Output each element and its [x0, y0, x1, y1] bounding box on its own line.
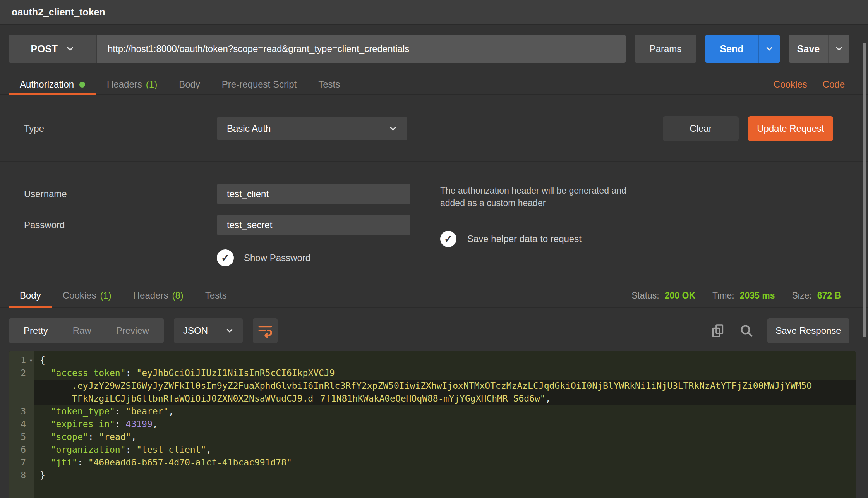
send-options-button[interactable] [758, 35, 780, 63]
tab-body[interactable]: Body [168, 74, 211, 94]
url-input[interactable]: http://host1:8000/oauth/token?scope=read… [97, 35, 626, 63]
status-value: 200 OK [665, 290, 695, 301]
code-lines: 1▾{2 "access_token": "eyJhbGciOiJIUzI1Ni… [9, 354, 856, 482]
view-mode-pretty[interactable]: Pretty [11, 325, 60, 336]
tab-pre-request-script[interactable]: Pre-request Script [211, 74, 307, 94]
line-number: 8 [21, 470, 26, 480]
save-button-group: Save [789, 35, 849, 63]
request-tabs: Authorization Headers (1) Body Pre-reque… [0, 74, 868, 95]
tab-count: (8) [172, 290, 183, 301]
tab-count: (1) [100, 290, 111, 301]
response-toolbar: Pretty Raw Preview JSON [9, 318, 849, 343]
time-value: 2035 ms [740, 290, 775, 301]
code-line-content: } [34, 469, 856, 482]
code-line-content: TFkNzgiLCJjbGllbnRfaWQiOiJ0ZXN0X2NsaWVud… [34, 392, 856, 405]
request-title-bar: oauth2_client_token [0, 0, 868, 25]
save-button[interactable]: Save [789, 35, 828, 63]
save-helper-checkbox[interactable]: ✓ [440, 231, 456, 247]
auth-helper-column: The authorization header will be generat… [440, 184, 833, 266]
response-body-editor[interactable]: 1▾{2 "access_token": "eyJhbGciOiJIUzI1Ni… [9, 351, 856, 498]
save-response-button[interactable]: Save Response [767, 318, 849, 343]
chevron-down-icon [389, 124, 397, 133]
search-icon[interactable] [739, 323, 754, 338]
format-dropdown[interactable]: JSON [174, 318, 243, 343]
code-link[interactable]: Code [823, 79, 845, 90]
code-line: 7 "jti": "460eadd6-b657-4d70-a1cf-41bcac… [9, 456, 856, 469]
check-icon: ✓ [444, 233, 453, 245]
code-line-content: { [34, 354, 856, 367]
url-value: http://host1:8000/oauth/token?scope=read… [108, 43, 409, 54]
page-scrollbar[interactable] [863, 43, 866, 337]
tab-label: Pre-request Script [222, 79, 297, 90]
chevron-down-icon [765, 45, 773, 53]
code-line-content: "organization": "test_client", [34, 443, 856, 456]
tab-tests[interactable]: Tests [307, 74, 351, 94]
tab-label: Tests [318, 79, 340, 90]
tab-label: Headers [107, 79, 142, 90]
code-line-content: "expires_in": 43199, [34, 418, 856, 431]
text-cursor [314, 394, 314, 404]
code-line: 6 "organization": "test_client", [9, 443, 856, 456]
tab-label: Body [20, 290, 41, 301]
response-tabs: Body Cookies (1) Headers (8) Tests Statu… [0, 283, 868, 308]
code-line-content: .eyJzY29wZSI6WyJyZWFkIl0sIm9yZ2FuaXphdGl… [34, 380, 856, 392]
send-button-group: Send [705, 35, 780, 63]
view-mode-switcher: Pretty Raw Preview [9, 318, 164, 343]
password-label: Password [24, 220, 217, 230]
response-tab-body[interactable]: Body [9, 283, 52, 307]
postman-window: oauth2_client_token POST http://host1:80… [0, 0, 868, 498]
code-line-content: "access_token": "eyJhbGciOiJIUzI1NiIsInR… [34, 367, 856, 380]
method-dropdown[interactable]: POST [9, 35, 97, 63]
copy-icon[interactable] [710, 323, 726, 338]
request-title: oauth2_client_token [12, 7, 105, 18]
time-label: Time: [712, 290, 734, 301]
show-password-row: ✓ Show Password [217, 249, 440, 266]
tab-authorization[interactable]: Authorization [9, 74, 96, 94]
credentials-column: Username Password ✓ Show Password [24, 184, 440, 266]
response-tab-tests[interactable]: Tests [194, 283, 238, 307]
size-group: Size: 672 B [792, 290, 841, 301]
update-request-button[interactable]: Update Request [748, 116, 833, 141]
line-number: 2 [21, 368, 26, 378]
helper-note-line1: The authorization header will be generat… [440, 184, 833, 197]
request-tab-links: Cookies Code [774, 74, 845, 94]
request-url-bar: POST http://host1:8000/oauth/token?scope… [9, 35, 849, 63]
code-line: .eyJzY29wZSI6WyJyZWFkIl0sIm9yZ2FuaXphdGl… [9, 380, 856, 392]
code-line: 5 "scope": "read", [9, 431, 856, 443]
helper-note-line2: added as a custom header [440, 197, 833, 209]
code-line: 8} [9, 469, 856, 482]
fold-arrow-icon[interactable]: ▾ [29, 354, 33, 367]
wrap-text-button[interactable] [253, 318, 278, 343]
auth-helper-note: The authorization header will be generat… [440, 184, 833, 209]
response-section: Body Cookies (1) Headers (8) Tests Statu… [0, 283, 868, 308]
clear-button[interactable]: Clear [663, 116, 739, 141]
view-mode-preview[interactable]: Preview [104, 325, 161, 336]
code-line: 2 "access_token": "eyJhbGciOiJIUzI1NiIsI… [9, 367, 856, 380]
format-value: JSON [183, 325, 208, 336]
password-input[interactable] [217, 215, 410, 235]
response-tab-cookies[interactable]: Cookies (1) [52, 283, 122, 307]
username-row: Username [24, 184, 440, 204]
cookies-link[interactable]: Cookies [774, 79, 807, 90]
save-helper-row: ✓ Save helper data to request [440, 231, 833, 247]
wrap-text-icon [257, 323, 273, 338]
show-password-checkbox[interactable]: ✓ [217, 249, 234, 266]
tab-headers[interactable]: Headers (1) [96, 74, 168, 94]
view-mode-raw[interactable]: Raw [60, 325, 104, 336]
method-value: POST [31, 43, 58, 55]
auth-type-dropdown[interactable]: Basic Auth [217, 117, 407, 140]
line-number: 7 [21, 457, 26, 467]
code-line: 4 "expires_in": 43199, [9, 418, 856, 431]
size-value: 672 B [817, 290, 841, 301]
auth-configured-dot [79, 82, 85, 88]
response-tab-headers[interactable]: Headers (8) [122, 283, 194, 307]
send-button[interactable]: Send [705, 35, 758, 63]
params-button[interactable]: Params [635, 35, 696, 63]
code-line-content: "scope": "read", [34, 431, 856, 443]
save-helper-label: Save helper data to request [467, 234, 582, 244]
status-group: Status: 200 OK [631, 290, 695, 301]
username-label: Username [24, 189, 217, 199]
save-options-button[interactable] [828, 35, 849, 63]
password-row: Password [24, 215, 440, 235]
username-input[interactable] [217, 184, 410, 204]
